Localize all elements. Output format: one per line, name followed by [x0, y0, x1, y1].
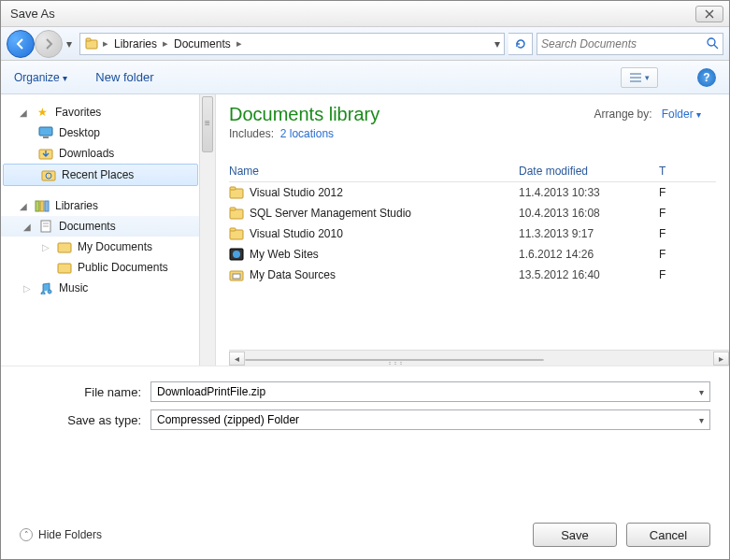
collapse-icon[interactable]: ◢ [23, 222, 33, 232]
tree-item-desktop[interactable]: Desktop [1, 122, 215, 143]
col-date[interactable]: Date modified [519, 165, 659, 178]
star-icon: ★ [35, 105, 50, 120]
body-pane: ◢ ★ Favorites Desktop Downloads Recent P… [1, 94, 729, 366]
col-type[interactable]: T [659, 165, 716, 178]
folder-icon [57, 260, 72, 275]
breadcrumb-sep-icon: ▸ [103, 37, 108, 50]
organize-button[interactable]: Organize ▾ [14, 70, 67, 84]
svg-line-3 [714, 45, 718, 49]
filetype-label: Save as type: [20, 413, 150, 427]
breadcrumb-item[interactable]: Libraries [112, 37, 159, 50]
title-bar: Save As [1, 1, 729, 27]
breadcrumb-sep-icon: ▸ [236, 37, 242, 50]
tree-item-downloads[interactable]: Downloads [1, 143, 215, 164]
folder-icon [229, 185, 244, 200]
recent-icon [41, 167, 56, 182]
svg-rect-25 [230, 228, 236, 231]
filetype-select[interactable]: Compressed (zipped) Folder ▾ [150, 409, 710, 430]
tree-libraries[interactable]: ◢ Libraries [1, 195, 215, 216]
chevron-down-icon: ▾ [63, 73, 67, 83]
help-icon: ? [703, 71, 709, 84]
scroll-right-icon[interactable]: ▸ [713, 352, 729, 366]
window-title: Save As [7, 7, 695, 21]
column-headers[interactable]: Name Date modified T [229, 161, 716, 182]
desktop-icon [38, 125, 53, 140]
chevron-down-icon: ▾ [696, 109, 701, 120]
forward-button[interactable] [35, 30, 63, 58]
expand-icon[interactable]: ▷ [42, 242, 51, 252]
tree-item-public-documents[interactable]: Public Documents [1, 257, 215, 278]
close-icon [705, 9, 714, 19]
tree-scrollbar[interactable] [199, 94, 215, 366]
libraries-icon [35, 198, 50, 213]
svg-rect-1 [86, 38, 91, 41]
svg-rect-18 [58, 243, 71, 252]
svg-rect-14 [45, 201, 49, 211]
scroll-left-icon[interactable]: ◂ [229, 352, 245, 366]
arrow-left-icon [14, 37, 27, 50]
expand-icon[interactable]: ▷ [23, 283, 33, 294]
music-icon [38, 280, 53, 295]
nav-buttons: ▾ [7, 30, 76, 58]
svg-rect-29 [233, 274, 240, 279]
save-form: File name: DownloadPrintFile.zip ▾ Save … [1, 366, 729, 443]
search-icon [707, 37, 719, 50]
downloads-icon [38, 146, 53, 161]
help-button[interactable]: ? [697, 68, 716, 87]
tree-item-my-documents[interactable]: ▷ My Documents [1, 237, 215, 257]
back-button[interactable] [7, 30, 35, 58]
tree-item-music[interactable]: ▷ Music [1, 278, 215, 298]
hide-folders-button[interactable]: ˄ Hide Folders [20, 528, 102, 541]
new-folder-button[interactable]: New folder [95, 70, 153, 84]
col-name[interactable]: Name [229, 165, 519, 178]
svg-rect-8 [43, 136, 49, 138]
tree-favorites[interactable]: ◢ ★ Favorites [1, 102, 215, 122]
nav-history-dropdown[interactable]: ▾ [63, 31, 76, 57]
svg-rect-7 [39, 127, 52, 136]
svg-rect-12 [36, 201, 39, 211]
filename-label: File name: [20, 385, 150, 399]
breadcrumb-sep-icon: ▸ [163, 37, 168, 50]
svg-rect-13 [40, 201, 44, 211]
list-item[interactable]: My Web Sites 1.6.2012 14:26 F [229, 244, 716, 265]
list-item[interactable]: SQL Server Management Studio 10.4.2013 1… [229, 203, 716, 223]
tree-item-recent-places[interactable]: Recent Places [3, 164, 198, 186]
toolbar: Organize ▾ New folder ▾ ? [1, 61, 729, 94]
svg-rect-19 [58, 264, 71, 273]
chevron-down-icon[interactable]: ▾ [699, 415, 704, 425]
cancel-button[interactable]: Cancel [626, 523, 710, 547]
list-item[interactable]: Visual Studio 2012 11.4.2013 10:33 F [229, 182, 716, 203]
svg-rect-23 [230, 208, 236, 210]
tree-item-documents[interactable]: ◢ Documents [1, 216, 215, 237]
refresh-button[interactable] [508, 33, 533, 55]
close-button[interactable] [695, 6, 723, 22]
filename-input[interactable]: DownloadPrintFile.zip ▾ [150, 381, 710, 402]
breadcrumb-item[interactable]: Documents [172, 37, 233, 50]
footer: ˄ Hide Folders Save Cancel [1, 510, 729, 559]
arrange-dropdown[interactable]: Folder ▾ [662, 108, 701, 121]
scrollbar-thumb[interactable] [202, 96, 213, 152]
scrollbar-thumb[interactable] [245, 359, 544, 361]
view-mode-button[interactable]: ▾ [621, 67, 658, 88]
breadcrumb-dropdown-icon[interactable]: ▾ [494, 37, 500, 50]
includes-link[interactable]: 2 locations [280, 127, 334, 140]
collapse-icon[interactable]: ◢ [20, 201, 29, 211]
arrange-by: Arrange by: Folder ▾ [594, 108, 701, 121]
folder-icon [229, 226, 244, 241]
documents-icon [38, 219, 53, 234]
search-input[interactable]: Search Documents [537, 33, 723, 55]
data-icon [229, 267, 244, 282]
arrow-right-icon [42, 37, 55, 50]
save-button[interactable]: Save [533, 523, 617, 547]
web-icon [229, 247, 244, 262]
nav-bar: ▾ ▸ Libraries ▸ Documents ▸ ▾ Search Doc… [1, 27, 729, 61]
chevron-down-icon[interactable]: ▾ [699, 387, 704, 397]
breadcrumb-bar[interactable]: ▸ Libraries ▸ Documents ▸ ▾ [79, 33, 505, 55]
location-icon [84, 36, 99, 51]
list-item[interactable]: My Data Sources 13.5.2012 16:40 F [229, 265, 716, 285]
list-item[interactable]: Visual Studio 2010 11.3.2013 9:17 F [229, 223, 716, 244]
search-placeholder: Search Documents [541, 37, 637, 50]
horizontal-scrollbar[interactable]: ◂ ▸ [229, 350, 729, 366]
collapse-icon[interactable]: ◢ [20, 108, 29, 118]
svg-point-2 [708, 38, 715, 46]
